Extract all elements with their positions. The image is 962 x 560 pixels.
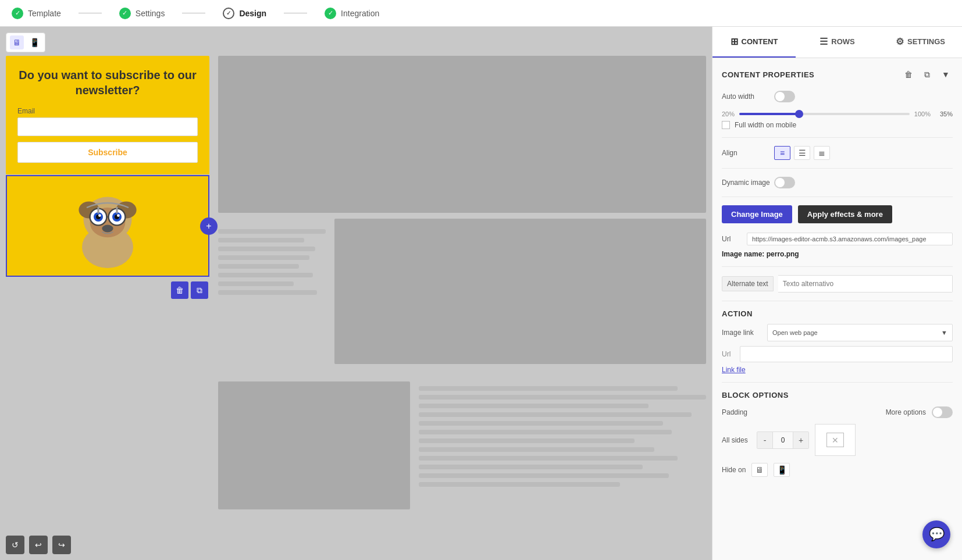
- hide-on-row: Hide on 🖥 📱: [722, 463, 953, 477]
- padding-grid-visual: ✕: [815, 424, 856, 456]
- url-input-row: Url: [722, 346, 953, 362]
- main-area: 🖥 📱 Do you want to subscribe to our news…: [0, 27, 962, 560]
- device-toggle: 🖥 📱: [6, 33, 45, 52]
- text-line: [218, 290, 317, 295]
- image-move-handle[interactable]: +: [200, 217, 218, 235]
- stepper-value: 0: [772, 432, 793, 448]
- dynamic-image-control: [774, 177, 953, 188]
- stepper-plus-btn[interactable]: +: [793, 432, 808, 448]
- design-label: Design: [239, 9, 266, 18]
- align-left-btn[interactable]: ≡: [774, 146, 790, 160]
- content-tab-icon: ⊞: [731, 36, 738, 47]
- integration-check-icon: ✓: [325, 8, 336, 19]
- mobile-view-btn[interactable]: 📱: [27, 35, 41, 49]
- hide-mobile-btn[interactable]: 📱: [774, 463, 790, 477]
- email-label: Email: [17, 107, 198, 115]
- tab-settings[interactable]: ⚙ SETTINGS: [879, 27, 962, 58]
- tab-content[interactable]: ⊞ CONTENT: [712, 27, 796, 58]
- bottom-toolbar: ↺ ↩ ↪: [6, 536, 71, 554]
- section-title: CONTENT PROPERTIES: [722, 70, 814, 79]
- apply-effects-btn[interactable]: Apply effects & more: [798, 205, 892, 223]
- history-btn[interactable]: ↺: [6, 536, 24, 554]
- width-slider-track[interactable]: [739, 113, 910, 115]
- text-line: [419, 447, 654, 452]
- delete-section-btn[interactable]: 🗑: [902, 67, 915, 81]
- canvas-top-block: [218, 56, 706, 213]
- image-delete-btn[interactable]: 🗑: [171, 281, 188, 299]
- text-line: [419, 473, 669, 478]
- alt-text-label: Alternate text: [722, 276, 774, 291]
- nav-sep-1: [79, 13, 102, 13]
- copy-section-btn[interactable]: ⧉: [920, 67, 934, 81]
- image-copy-btn[interactable]: ⧉: [191, 281, 208, 299]
- auto-width-toggle[interactable]: [774, 91, 795, 102]
- desktop-view-btn[interactable]: 🖥: [10, 35, 24, 49]
- image-name-prefix: Image name:: [722, 250, 764, 258]
- text-line: [419, 412, 692, 417]
- text-line: [218, 229, 326, 234]
- image-link-value: Open web page: [772, 329, 818, 336]
- align-center-btn[interactable]: ☰: [794, 146, 810, 160]
- nav-step-integration[interactable]: ✓ Integration: [325, 8, 379, 19]
- text-line: [218, 255, 309, 260]
- dog-image-placeholder: [7, 176, 208, 276]
- email-input[interactable]: [17, 117, 198, 136]
- block-options-section: BLOCK OPTIONS Padding More options All s…: [722, 391, 953, 477]
- dynamic-image-toggle[interactable]: [774, 177, 795, 188]
- link-file-btn[interactable]: Link file: [722, 366, 953, 374]
- align-right-btn[interactable]: ≣: [814, 146, 830, 160]
- template-label: Template: [28, 9, 61, 18]
- canvas-text-block-left: [218, 224, 326, 295]
- collapse-section-btn[interactable]: ▼: [939, 67, 953, 81]
- dynamic-image-row: Dynamic image: [722, 177, 953, 188]
- text-line: [419, 395, 706, 400]
- more-options-label: More options: [886, 408, 926, 416]
- top-nav: ✓ Template ✓ Settings ✓ Design ✓ Integra…: [0, 0, 962, 27]
- nav-step-settings[interactable]: ✓ Settings: [119, 8, 165, 19]
- align-label: Align: [722, 149, 774, 157]
- text-line: [218, 273, 313, 277]
- rows-tab-icon: ☰: [820, 36, 828, 47]
- padding-label: Padding: [722, 408, 747, 416]
- text-line: [419, 386, 678, 391]
- canvas-middle-right-block: [334, 219, 706, 364]
- settings-label: Settings: [136, 9, 165, 18]
- text-line: [419, 456, 678, 461]
- right-panel: ⊞ CONTENT ☰ ROWS ⚙ SETTINGS CONTENT PROP…: [712, 27, 962, 560]
- change-image-btn[interactable]: Change Image: [722, 205, 792, 223]
- text-line: [419, 482, 620, 487]
- support-chat-btn[interactable]: 💬: [922, 520, 950, 548]
- padding-toggle[interactable]: [932, 406, 953, 418]
- width-slider-row: 20% 100% 35%: [722, 110, 953, 117]
- nav-step-design[interactable]: ✓ Design: [223, 8, 266, 19]
- divider-1: [722, 137, 953, 138]
- alt-text-input[interactable]: [778, 275, 953, 293]
- nav-sep-3: [284, 13, 307, 13]
- block-options-title: BLOCK OPTIONS: [722, 391, 953, 400]
- alt-text-row: Alternate text: [722, 275, 953, 293]
- text-line: [218, 264, 299, 269]
- tab-rows[interactable]: ☰ ROWS: [796, 27, 879, 58]
- url-display-row: Url https://images-editor-acmb.s3.amazon…: [722, 233, 953, 245]
- padding-x-mark: ✕: [832, 436, 839, 445]
- section-actions: 🗑 ⧉ ▼: [902, 67, 953, 81]
- subscribe-button[interactable]: Subscribe: [17, 142, 198, 163]
- auto-width-row: Auto width: [722, 91, 953, 102]
- full-width-checkbox[interactable]: [722, 121, 730, 129]
- image-link-select[interactable]: Open web page ▼: [767, 324, 953, 341]
- action-title: ACTION: [722, 309, 953, 318]
- text-line: [419, 438, 635, 443]
- content-properties-header: CONTENT PROPERTIES 🗑 ⧉ ▼: [722, 67, 953, 81]
- stepper-minus-btn[interactable]: -: [757, 432, 772, 448]
- slider-fill: [739, 113, 799, 115]
- hide-on-label: Hide on: [722, 466, 746, 474]
- design-circle-icon: ✓: [223, 8, 234, 19]
- url-input-field[interactable]: [740, 346, 953, 362]
- padding-stepper: - 0 +: [757, 431, 809, 449]
- slider-thumb[interactable]: [795, 110, 803, 118]
- undo-btn[interactable]: ↩: [29, 536, 48, 554]
- hide-desktop-btn[interactable]: 🖥: [751, 463, 768, 477]
- settings-check-icon: ✓: [119, 8, 131, 19]
- nav-step-template[interactable]: ✓ Template: [12, 8, 61, 19]
- redo-btn[interactable]: ↪: [52, 536, 71, 554]
